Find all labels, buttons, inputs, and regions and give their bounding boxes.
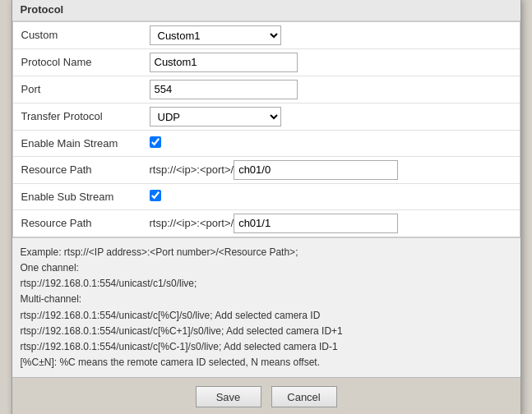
enable-sub-stream-label: Enable Sub Stream — [13, 186, 145, 207]
resource-path-main-row: Resource Path rtsp://<ip>:<port>/ — [13, 157, 520, 184]
resource-path-sub-prefix: rtsp://<ip>:<port>/ — [150, 217, 234, 229]
dialog-title: Protocol — [12, 0, 520, 21]
transfer-protocol-select[interactable]: UDP TCP HTTP — [150, 107, 281, 126]
enable-main-stream-checkbox[interactable] — [150, 136, 161, 148]
save-button[interactable]: Save — [196, 386, 261, 407]
notes-line3: rtsp://192.168.0.1:554/unicast/c1/s0/liv… — [21, 276, 512, 292]
resource-path-main-input[interactable] — [234, 160, 398, 180]
enable-main-stream-row: Enable Main Stream — [13, 131, 520, 157]
notes-line1: Example: rtsp://<IP address>:<Port numbe… — [21, 245, 512, 260]
notes-line4: Multi-channel: — [21, 292, 512, 307]
protocol-name-control — [145, 49, 520, 76]
resource-path-sub-input[interactable] — [234, 214, 398, 233]
resource-path-main-wrapper: rtsp://<ip>:<port>/ — [150, 160, 515, 180]
button-bar: Save Cancel — [12, 377, 520, 414]
transfer-protocol-row: Transfer Protocol UDP TCP HTTP — [13, 104, 520, 131]
notes-line5: rtsp://192.168.0.1:554/unicast/c[%C]/s0/… — [21, 308, 512, 324]
notes-line8: [%C±N]: %C means the remote camera ID se… — [21, 355, 512, 370]
resource-path-sub-wrapper: rtsp://<ip>:<port>/ — [150, 214, 515, 233]
protocol-name-label: Protocol Name — [13, 52, 145, 72]
port-row: Port — [13, 76, 520, 104]
resource-path-main-control: rtsp://<ip>:<port>/ — [145, 157, 520, 183]
protocol-name-input[interactable] — [150, 53, 298, 72]
custom-control: Custom1 Custom2 Custom3 — [145, 22, 520, 48]
resource-path-sub-row: Resource Path rtsp://<ip>:<port>/ — [13, 210, 520, 237]
notes-line7: rtsp://192.168.0.1:554/unicast/c[%C-1]/s… — [21, 339, 512, 355]
resource-path-main-label: Resource Path — [13, 159, 145, 180]
protocol-dialog: Protocol Custom Custom1 Custom2 Custom3 … — [12, 0, 521, 414]
enable-sub-stream-row: Enable Sub Stream — [13, 184, 520, 210]
cancel-button[interactable]: Cancel — [271, 386, 337, 407]
notes-section: Example: rtsp://<IP address>:<Port numbe… — [12, 237, 520, 378]
enable-main-stream-control — [145, 133, 520, 154]
custom-row: Custom Custom1 Custom2 Custom3 — [13, 22, 520, 49]
custom-label: Custom — [13, 25, 145, 45]
enable-sub-stream-checkbox[interactable] — [150, 190, 161, 201]
resource-path-sub-label: Resource Path — [13, 213, 145, 233]
protocol-name-row: Protocol Name — [13, 49, 520, 76]
notes-line2: One channel: — [21, 260, 512, 276]
resource-path-sub-control: rtsp://<ip>:<port>/ — [145, 210, 520, 237]
custom-select[interactable]: Custom1 Custom2 Custom3 — [150, 25, 281, 45]
resource-path-main-prefix: rtsp://<ip>:<port>/ — [150, 163, 234, 176]
form-body: Custom Custom1 Custom2 Custom3 Protocol … — [12, 21, 520, 237]
enable-sub-stream-control — [145, 186, 520, 207]
enable-main-stream-label: Enable Main Stream — [13, 133, 145, 154]
port-input[interactable] — [150, 80, 298, 99]
notes-line6: rtsp://192.168.0.1:554/unicast/c[%C+1]/s… — [21, 324, 512, 339]
transfer-protocol-control: UDP TCP HTTP — [145, 104, 520, 130]
transfer-protocol-label: Transfer Protocol — [13, 106, 145, 126]
port-label: Port — [13, 79, 145, 99]
port-control — [145, 76, 520, 103]
